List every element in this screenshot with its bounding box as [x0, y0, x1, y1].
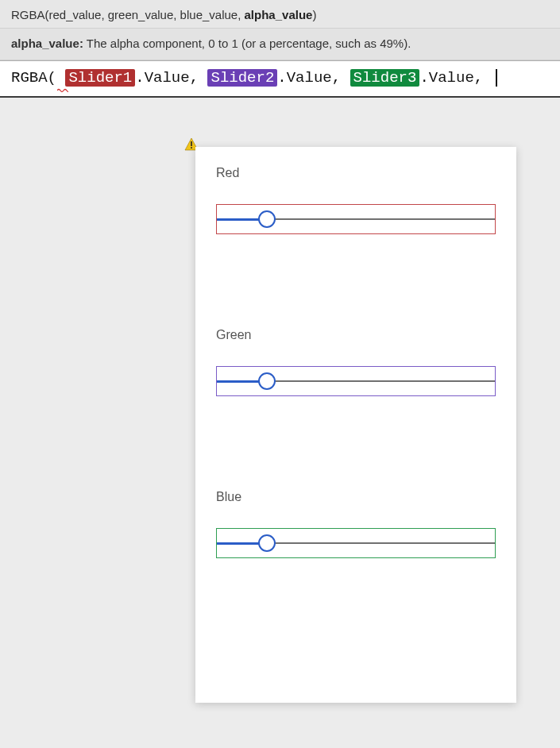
signature-suffix: )	[312, 8, 316, 21]
canvas-area[interactable]: Red Green Blue	[0, 98, 560, 719]
slider-thumb[interactable]	[258, 534, 276, 552]
slider-group-blue: Blue	[216, 490, 496, 558]
formula-prop-1: .Value	[135, 69, 189, 87]
intellisense-hint-bar: alpha_value: The alpha component, 0 to 1…	[0, 29, 560, 60]
formula-prop-3: .Value	[419, 69, 473, 87]
hint-key: alpha_value:	[11, 37, 83, 50]
slider-group-red: Red	[216, 166, 496, 234]
formula-token-slider1: Slider1	[65, 69, 135, 87]
formula-sep-3: ,	[474, 69, 492, 87]
formula-sep-2: ,	[332, 69, 350, 87]
slider-thumb[interactable]	[258, 372, 276, 390]
slider-label-red: Red	[216, 166, 496, 180]
formula-prop-2: .Value	[277, 69, 331, 87]
signature-current-param: alpha_value	[245, 8, 313, 21]
slider-green[interactable]	[216, 366, 496, 396]
signature-prefix: RGBA(red_value, green_value, blue_value,	[11, 8, 245, 21]
text-cursor-icon	[496, 69, 497, 87]
svg-rect-1	[191, 141, 192, 146]
slider-blue[interactable]	[216, 528, 496, 558]
formula-token-slider2: Slider2	[207, 69, 277, 87]
formula-open-paren: (	[48, 69, 56, 87]
formula-sep-1: ,	[190, 69, 208, 87]
formula-token-slider3: Slider3	[350, 69, 420, 87]
error-squiggle-icon	[57, 88, 68, 93]
formula-function-name: RGBA	[11, 69, 48, 87]
intellisense-signature-bar: RGBA(red_value, green_value, blue_value,…	[0, 0, 560, 29]
svg-rect-2	[191, 147, 192, 148]
hint-text: The alpha component, 0 to 1 (or a percen…	[83, 37, 411, 50]
slider-card[interactable]: Red Green Blue	[195, 147, 516, 703]
slider-red[interactable]	[216, 204, 496, 234]
slider-group-green: Green	[216, 328, 496, 396]
slider-thumb[interactable]	[258, 210, 276, 228]
slider-label-blue: Blue	[216, 490, 496, 504]
slider-label-green: Green	[216, 328, 496, 342]
formula-bar[interactable]: RGBA( Slider1.Value, Slider2.Value, Slid…	[0, 60, 560, 98]
